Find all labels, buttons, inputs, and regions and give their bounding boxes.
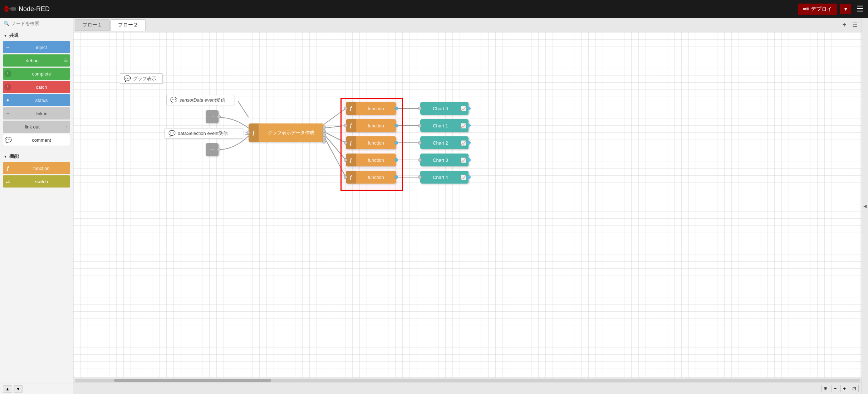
fn3-input-port[interactable]: [344, 141, 347, 145]
status-icon: ✦: [3, 94, 13, 106]
chevron-function-icon: ▼: [4, 155, 7, 159]
add-tab-button[interactable]: +: [839, 21, 849, 29]
sidebar-item-link-in[interactable]: → link in: [3, 107, 70, 120]
sidebar-item-status[interactable]: ✦ status: [3, 94, 70, 106]
complete-icon: !: [4, 70, 11, 77]
fn3-label: function: [356, 140, 396, 146]
chart4-input-port[interactable]: [418, 175, 422, 179]
main-function-icon: ƒ: [249, 123, 259, 142]
chart2-output-port[interactable]: [467, 141, 471, 145]
sidebar-item-inject[interactable]: → inject: [3, 41, 70, 53]
fn4-icon: ƒ: [346, 154, 356, 166]
search-icon: 🔍: [4, 21, 9, 26]
comment-node-dataselection[interactable]: 💬 dataSelection event受信: [165, 128, 243, 138]
chart1-output-port[interactable]: [467, 124, 471, 127]
sidebar-item-debug[interactable]: debug ☰: [3, 54, 70, 67]
main-input-port[interactable]: [246, 131, 250, 134]
fn2-output-port[interactable]: [394, 124, 398, 127]
fn1-label: function: [356, 106, 396, 111]
dashboard-button[interactable]: ⊞: [821, 385, 830, 392]
zoom-in-button[interactable]: +: [840, 385, 848, 392]
sidebar-item-switch[interactable]: ⇄ switch: [3, 175, 70, 188]
scrollbar-track[interactable]: [75, 379, 860, 382]
canvas-node-fn1[interactable]: ƒ function: [346, 102, 396, 115]
scrollbar-thumb[interactable]: [114, 379, 271, 382]
svg-rect-7: [806, 8, 809, 10]
sidebar-item-complete[interactable]: ! complete: [3, 68, 70, 80]
canvas-node-chart2[interactable]: Chart 2 📈: [420, 136, 469, 149]
chart1-input-port[interactable]: [418, 124, 422, 127]
main-output-port-5[interactable]: [322, 140, 326, 144]
comment-data-label: dataSelection event受信: [178, 130, 228, 137]
comment-node-sensor[interactable]: 💬 sensorData event受信: [166, 95, 234, 105]
tab-bar: フロー１ フロー２ + ☰: [73, 18, 862, 32]
fn5-output-port[interactable]: [394, 175, 398, 179]
inject-icon: →: [3, 41, 13, 53]
sidebar-down-button[interactable]: ▼: [14, 385, 23, 393]
sidebar-item-catch[interactable]: ! catch: [3, 81, 70, 93]
deploy-dropdown-button[interactable]: ▼: [840, 4, 851, 14]
flow-canvas[interactable]: 💬 グラフ表示 💬 sensorData event受信 💬 dataSelec…: [73, 32, 862, 378]
canvas-node-fn2[interactable]: ƒ function: [346, 119, 396, 132]
tab-flow1[interactable]: フロー１: [75, 19, 110, 31]
comment-node-graph[interactable]: 💬 グラフ表示: [120, 73, 163, 84]
canvas-node-chart1[interactable]: Chart 1 📈: [420, 119, 469, 132]
canvas-node-arrow2[interactable]: →: [206, 143, 219, 156]
chart3-input-port[interactable]: [418, 158, 422, 162]
logo-icon: [4, 5, 16, 13]
fn5-input-port[interactable]: [344, 175, 347, 179]
chart4-output-port[interactable]: [467, 175, 471, 179]
fn4-input-port[interactable]: [344, 158, 347, 162]
fn2-input-port[interactable]: [344, 124, 347, 127]
hamburger-menu-icon[interactable]: ☰: [857, 4, 864, 14]
chart3-output-port[interactable]: [467, 158, 471, 162]
canvas-node-fn4[interactable]: ƒ function: [346, 154, 396, 166]
section-header-common[interactable]: ▼ 共通: [0, 29, 73, 40]
canvas-node-main-function[interactable]: ƒ グラフ表示データ作成: [249, 123, 324, 142]
canvas-node-arrow1[interactable]: →: [206, 110, 219, 123]
sidebar-item-function[interactable]: ƒ function: [3, 162, 70, 174]
arrow2-output-port[interactable]: [217, 148, 221, 151]
main-output-port-3[interactable]: [322, 133, 326, 136]
sidebar-item-comment[interactable]: 💬 comment: [3, 134, 70, 146]
fn1-output-port[interactable]: [394, 107, 398, 110]
fn1-input-port[interactable]: [344, 107, 347, 110]
canvas-node-chart0[interactable]: Chart 0 📈: [420, 102, 469, 115]
tab-flow1-label: フロー１: [82, 22, 102, 28]
section-header-function[interactable]: ▼ 機能: [0, 150, 73, 161]
canvas-node-fn3[interactable]: ƒ function: [346, 136, 396, 149]
canvas-node-chart3[interactable]: Chart 3 📈: [420, 154, 469, 166]
svg-rect-2: [5, 10, 9, 11]
canvas-node-fn5[interactable]: ƒ function: [346, 171, 396, 184]
function-icon: ƒ: [3, 162, 13, 174]
chart0-input-port[interactable]: [418, 107, 422, 110]
fit-view-button[interactable]: ⊡: [850, 385, 859, 392]
switch-icon: ⇄: [3, 175, 13, 188]
sidebar-up-button[interactable]: ▲: [3, 385, 12, 393]
link-in-icon: →: [3, 107, 13, 120]
tab-flow2[interactable]: フロー２: [111, 19, 146, 31]
deploy-button[interactable]: デプロイ: [798, 4, 837, 15]
canvas-node-chart4[interactable]: Chart 4 📈: [420, 171, 469, 184]
fn3-output-port[interactable]: [394, 141, 398, 145]
main-output-port-2[interactable]: [322, 129, 326, 133]
chart2-input-port[interactable]: [418, 141, 422, 145]
svg-rect-4: [11, 7, 16, 11]
horizontal-scrollbar[interactable]: [73, 378, 862, 383]
sidebar-footer: ▲ ▼: [0, 384, 73, 394]
main-function-label: グラフ表示データ作成: [259, 130, 324, 136]
arrow1-output-port[interactable]: [217, 115, 221, 118]
header-right: デプロイ ▼ ☰: [798, 4, 864, 15]
chart4-icon: 📈: [461, 175, 466, 180]
main-output-port-4[interactable]: [322, 136, 326, 140]
sidebar-item-link-out[interactable]: link out →: [3, 121, 70, 133]
fn4-output-port[interactable]: [394, 158, 398, 162]
tab-list-button[interactable]: ☰: [849, 21, 860, 28]
debug-label: debug: [3, 58, 62, 63]
search-input[interactable]: [11, 21, 69, 26]
bottom-toolbar: ⊞ − + ⊡: [73, 383, 862, 394]
main-output-port-1[interactable]: [322, 126, 326, 129]
zoom-out-button[interactable]: −: [832, 385, 839, 392]
right-panel-toggle[interactable]: ◀: [862, 18, 868, 394]
chart0-output-port[interactable]: [467, 107, 471, 110]
